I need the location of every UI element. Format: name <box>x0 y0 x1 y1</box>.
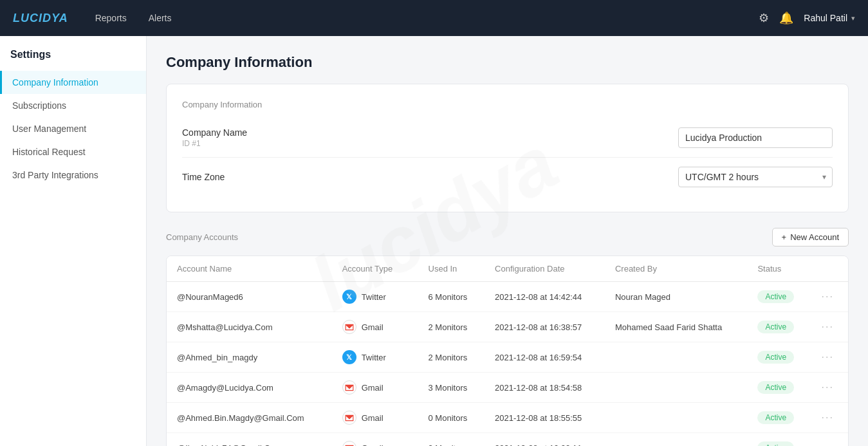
cell-status: Active <box>747 342 811 373</box>
cell-status: Active <box>747 373 811 403</box>
company-accounts-section: Company Accounts + New Account Account N… <box>166 228 849 446</box>
cell-created-by <box>605 342 748 373</box>
user-chevron-icon: ▾ <box>851 14 855 23</box>
cell-account-name: @NouranMaged6 <box>167 282 332 312</box>
cell-used-in: 6 Monitors <box>418 282 485 312</box>
col-account-type: Account Type <box>332 256 418 282</box>
company-name-label-group: Company Name ID #1 <box>182 127 678 148</box>
timezone-label: Time Zone <box>182 172 678 182</box>
company-name-input[interactable] <box>678 127 833 148</box>
table-row: @Amagdy@Lucidya.Com Gmail 3 Monitors 202… <box>167 373 848 403</box>
company-info-card: Company Information Company Name ID #1 T… <box>166 84 849 212</box>
cell-status: Active <box>747 403 811 433</box>
cell-actions[interactable]: ··· <box>811 403 848 433</box>
cell-actions[interactable]: ··· <box>811 312 848 342</box>
cell-config-date: 2021-12-08 at 18:54:58 <box>485 373 605 403</box>
row-actions-menu[interactable]: ··· <box>822 291 834 302</box>
cell-used-in: 0 Monitors <box>418 433 485 447</box>
cell-account-type: Gmail <box>332 403 418 433</box>
nav-links: Reports Alerts <box>88 9 759 27</box>
cell-used-in: 3 Monitors <box>418 373 485 403</box>
row-actions-menu[interactable]: ··· <box>822 382 834 393</box>
sidebar-title: Settings <box>0 49 146 71</box>
company-id-label: ID #1 <box>182 139 678 148</box>
cell-account-name: @Mshatta@Lucidya.Com <box>167 312 332 342</box>
cell-used-in: 2 Monitors <box>418 342 485 373</box>
accounts-table-wrap: Account Name Account Type Used In Config… <box>166 256 849 446</box>
accounts-table: Account Name Account Type Used In Config… <box>167 256 848 446</box>
cell-created-by: Mohamed Saad Farid Shatta <box>605 312 748 342</box>
cell-actions[interactable]: ··· <box>811 373 848 403</box>
table-row: @NouranMaged6 𝕏 Twitter 6 Monitors 2021-… <box>167 282 848 312</box>
nav-reports[interactable]: Reports <box>88 9 134 27</box>
col-config-date: Configuration Date <box>485 256 605 282</box>
col-used-in: Used In <box>418 256 485 282</box>
cell-actions[interactable]: ··· <box>811 282 848 312</box>
sidebar-item-historical-request[interactable]: Historical Request <box>0 140 146 163</box>
table-head: Account Name Account Type Used In Config… <box>167 256 848 282</box>
cell-account-type: 𝕏 Twitter <box>332 342 418 373</box>
accounts-section-label: Company Accounts <box>166 232 238 242</box>
col-account-name: Account Name <box>167 256 332 282</box>
cell-config-date: 2021-12-08 at 16:59:54 <box>485 342 605 373</box>
cell-account-name: @Ahmed.Bin.Magdy@Gmail.Com <box>167 403 332 433</box>
layout: Settings Company Information Subscriptio… <box>0 0 868 446</box>
new-account-label: New Account <box>790 232 839 242</box>
table-row: @Ahmed_bin_magdy 𝕏 Twitter 2 Monitors 20… <box>167 342 848 373</box>
cell-actions[interactable]: ··· <box>811 433 848 447</box>
user-name: Rahul Patil <box>804 13 847 23</box>
cell-actions[interactable]: ··· <box>811 342 848 373</box>
row-actions-menu[interactable]: ··· <box>822 412 834 423</box>
sidebar-item-user-management[interactable]: User Management <box>0 117 146 140</box>
notifications-icon[interactable]: 🔔 <box>779 11 793 25</box>
cell-status: Active <box>747 312 811 342</box>
nav-right: ⚙ 🔔 Rahul Patil ▾ <box>759 11 855 25</box>
row-actions-menu[interactable]: ··· <box>822 321 834 332</box>
table-body: @NouranMaged6 𝕏 Twitter 6 Monitors 2021-… <box>167 282 848 447</box>
cell-account-name: @Ahmed_bin_magdy <box>167 342 332 373</box>
table-row: @Ibn.Alahly74@Gmail.Com Gmail 0 Monitors… <box>167 433 848 447</box>
company-name-label: Company Name <box>182 127 678 138</box>
settings-icon[interactable]: ⚙ <box>759 11 769 25</box>
cell-config-date: 2021-12-08 at 14:42:44 <box>485 282 605 312</box>
sidebar-item-subscriptions[interactable]: Subscriptions <box>0 94 146 117</box>
cell-account-type: Gmail <box>332 312 418 342</box>
col-status: Status <box>747 256 811 282</box>
row-actions-menu[interactable]: ··· <box>822 442 834 446</box>
cell-account-type: 𝕏 Twitter <box>332 282 418 312</box>
top-navbar: LUCIDYA Reports Alerts ⚙ 🔔 Rahul Patil ▾ <box>0 0 868 36</box>
timezone-select[interactable]: UTC/GMT 2 hours UTC/GMT 0 UTC/GMT +3 UTC… <box>678 167 833 187</box>
cell-status: Active <box>747 282 811 312</box>
nav-alerts[interactable]: Alerts <box>141 9 180 27</box>
table-row: @Ahmed.Bin.Magdy@Gmail.Com Gmail 0 Monit… <box>167 403 848 433</box>
company-info-section-label: Company Information <box>182 100 833 109</box>
new-account-button[interactable]: + New Account <box>772 228 849 246</box>
plus-icon: + <box>782 232 787 242</box>
col-created-by: Created By <box>605 256 748 282</box>
cell-config-date: 2021-12-08 at 19:00:11 <box>485 433 605 447</box>
timezone-row: Time Zone UTC/GMT 2 hours UTC/GMT 0 UTC/… <box>182 158 833 196</box>
cell-account-type: Gmail <box>332 373 418 403</box>
cell-used-in: 0 Monitors <box>418 403 485 433</box>
cell-created-by <box>605 403 748 433</box>
sidebar-item-company-information[interactable]: Company Information <box>0 71 146 94</box>
row-actions-menu[interactable]: ··· <box>822 351 834 362</box>
cell-created-by <box>605 433 748 447</box>
user-menu[interactable]: Rahul Patil ▾ <box>804 13 855 23</box>
sidebar-item-3rd-party-integrations[interactable]: 3rd Party Integrations <box>0 163 146 187</box>
timezone-select-wrapper: UTC/GMT 2 hours UTC/GMT 0 UTC/GMT +3 UTC… <box>678 167 833 187</box>
col-actions <box>811 256 848 282</box>
cell-created-by: Nouran Maged <box>605 282 748 312</box>
accounts-header: Company Accounts + New Account <box>166 228 849 246</box>
table-header-row: Account Name Account Type Used In Config… <box>167 256 848 282</box>
cell-config-date: 2021-12-08 at 16:38:57 <box>485 312 605 342</box>
page-title: Company Information <box>166 54 849 71</box>
cell-account-name: @Amagdy@Lucidya.Com <box>167 373 332 403</box>
cell-account-name: @Ibn.Alahly74@Gmail.Com <box>167 433 332 447</box>
table-row: @Mshatta@Lucidya.Com Gmail 2 Monitors 20… <box>167 312 848 342</box>
cell-created-by <box>605 373 748 403</box>
timezone-label-group: Time Zone <box>182 172 678 182</box>
cell-status: Active <box>747 433 811 447</box>
cell-account-type: Gmail <box>332 433 418 447</box>
main-content: Company Information Company Information … <box>147 36 868 446</box>
